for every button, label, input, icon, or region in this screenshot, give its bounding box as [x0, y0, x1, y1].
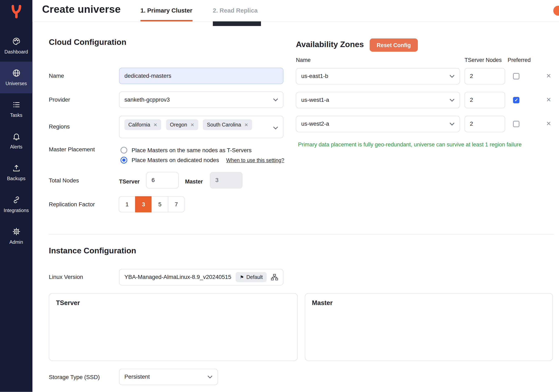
regions-label: Regions: [49, 124, 70, 130]
reset-config-button[interactable]: Reset Config: [370, 38, 418, 52]
task-list-icon: [12, 100, 21, 110]
page-header: Create universe 1. Primary Cluster 2. Re…: [33, 0, 559, 22]
az-zone-select[interactable]: us-west1-a: [296, 92, 460, 108]
when-to-use-link[interactable]: When to use this setting?: [226, 157, 284, 163]
regions-multiselect[interactable]: California ✕ Oregon ✕ South Carolina ✕: [119, 116, 283, 138]
globe-icon: [12, 69, 21, 78]
tab-primary-cluster[interactable]: 1. Primary Cluster: [140, 0, 192, 21]
availability-zones-heading: Availability Zones: [296, 40, 364, 49]
page-title: Create universe: [42, 3, 121, 15]
tserver-count-label: TServer: [119, 179, 140, 185]
rf-option-1[interactable]: 1: [119, 196, 135, 212]
tab-label: 2. Read Replica: [213, 7, 258, 14]
default-badge-label: Default: [246, 274, 263, 280]
master-placement-label: Master Placement: [49, 146, 95, 153]
sidebar-item-label: Tasks: [10, 112, 22, 118]
master-count-label: Master: [185, 179, 203, 185]
sidebar-item-dashboard[interactable]: Dashboard: [0, 30, 33, 62]
section-divider: [49, 234, 554, 235]
sidebar: Dashboard Universes Tasks Alerts: [0, 0, 33, 392]
az-nodes-input[interactable]: [465, 116, 505, 132]
region-chip: California ✕: [124, 119, 161, 130]
sidebar-item-tasks[interactable]: Tasks: [0, 93, 33, 125]
provider-select[interactable]: sanketh-gcpprov3: [119, 91, 283, 108]
az-col-preferred: Preferred: [508, 57, 531, 63]
master-placement-option-2[interactable]: Place Masters on dedicated nodes When to…: [121, 157, 284, 164]
geo-redundancy-message: Primary data placement is fully geo-redu…: [298, 142, 522, 148]
az-zone-value: us-west1-a: [301, 97, 329, 103]
preferred-checkbox[interactable]: [513, 73, 519, 79]
radio-selected-icon[interactable]: [121, 157, 127, 164]
radio-unselected-icon[interactable]: [121, 147, 127, 154]
universe-name-input[interactable]: [119, 68, 283, 84]
az-nodes-input[interactable]: [465, 92, 505, 108]
gear-icon: [12, 227, 21, 237]
remove-region-icon[interactable]: ✕: [190, 122, 194, 127]
tserver-count-input[interactable]: [146, 172, 179, 189]
chevron-down-icon: [273, 96, 278, 103]
master-card-title: Master: [312, 299, 333, 307]
replication-factor-label: Replication Factor: [49, 201, 95, 208]
tserver-card: TServer Instance Type n1-standard-1 (1 c…: [49, 293, 298, 361]
sidebar-nav: Dashboard Universes Tasks Alerts: [0, 30, 33, 252]
rf-option-3[interactable]: 3: [135, 196, 152, 212]
sidebar-item-label: Backups: [7, 176, 26, 181]
remove-region-icon[interactable]: ✕: [244, 122, 248, 127]
sidebar-item-label: Dashboard: [5, 49, 28, 55]
chevron-down-icon: [449, 121, 455, 127]
create-universe-page: Dashboard Universes Tasks Alerts: [0, 0, 559, 392]
remove-az-icon[interactable]: ✕: [546, 73, 551, 79]
preferred-checkbox[interactable]: [513, 97, 519, 103]
name-label: Name: [49, 73, 64, 79]
region-chip-label: Oregon: [170, 122, 187, 128]
upload-icon: [12, 164, 21, 173]
az-col-tserver-nodes: TServer Nodes: [465, 57, 502, 63]
az-zone-select[interactable]: us-east1-b: [296, 68, 460, 84]
linux-version-select[interactable]: YBA-Managed-AlmaLinux-8.9_v20240515 ⚑ De…: [119, 269, 283, 285]
yugabyte-logo-icon[interactable]: [0, 0, 33, 23]
cloud-config-heading: Cloud Configuration: [49, 38, 126, 47]
az-zone-value: us-west2-a: [301, 121, 329, 127]
chevron-down-icon: [449, 73, 455, 79]
remove-region-icon[interactable]: ✕: [153, 122, 157, 127]
az-col-name: Name: [296, 57, 311, 63]
az-nodes-input[interactable]: [465, 68, 505, 84]
default-badge: ⚑ Default: [236, 272, 267, 282]
tab-read-replica[interactable]: 2. Read Replica: [213, 0, 258, 21]
az-zone-select[interactable]: us-west2-a: [296, 116, 460, 132]
sidebar-item-admin[interactable]: Admin: [0, 220, 33, 252]
sidebar-item-label: Admin: [9, 239, 23, 245]
linux-version-label: Linux Version: [49, 274, 83, 280]
option-label: Place Masters on dedicated nodes: [131, 157, 219, 163]
remove-az-icon[interactable]: ✕: [546, 97, 551, 103]
dashboard-icon: [12, 37, 21, 47]
master-card: Master Instance Type n1-standard-1 (1 co…: [305, 293, 553, 361]
storage-type-label: Storage Type (SSD): [49, 374, 100, 381]
chevron-down-icon: [207, 374, 212, 380]
version-tree-icon[interactable]: [271, 274, 278, 280]
storage-type-select[interactable]: Persistent: [119, 369, 218, 385]
master-count-input: [210, 172, 242, 189]
sidebar-item-integrations[interactable]: Integrations: [0, 188, 33, 220]
tab-label: 1. Primary Cluster: [140, 7, 192, 14]
master-placement-option-1[interactable]: Place Masters on the same nodes as T-Ser…: [121, 147, 252, 154]
sidebar-item-label: Alerts: [10, 144, 22, 150]
provider-value: sanketh-gcpprov3: [124, 96, 170, 103]
option-label: Place Masters on the same nodes as T-Ser…: [131, 147, 252, 153]
region-chip: South Carolina ✕: [203, 119, 252, 130]
user-avatar[interactable]: [553, 6, 559, 16]
rf-option-5[interactable]: 5: [151, 196, 168, 212]
total-nodes-label: Total Nodes: [49, 177, 79, 184]
linux-version-value: YBA-Managed-AlmaLinux-8.9_v20240515: [124, 274, 236, 280]
az-zone-value: us-east1-b: [301, 73, 328, 79]
rf-option-7[interactable]: 7: [168, 196, 185, 212]
sidebar-item-backups[interactable]: Backups: [0, 157, 33, 188]
region-chip: Oregon ✕: [166, 119, 198, 130]
sidebar-item-label: Integrations: [4, 208, 29, 213]
provider-label: Provider: [49, 96, 70, 103]
chevron-down-icon: [273, 125, 278, 131]
sidebar-item-alerts[interactable]: Alerts: [0, 125, 33, 157]
preferred-checkbox[interactable]: [513, 121, 519, 127]
sidebar-item-universes[interactable]: Universes: [0, 62, 33, 93]
remove-az-icon[interactable]: ✕: [546, 121, 551, 127]
